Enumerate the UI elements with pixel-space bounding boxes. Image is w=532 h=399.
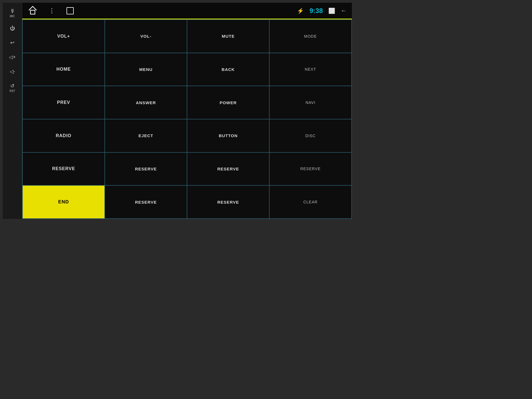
- volume-up-icon: ◁+: [9, 54, 16, 60]
- end-button[interactable]: END: [22, 185, 105, 219]
- bluetooth-icon: ⚡: [297, 7, 304, 14]
- power-grid-button[interactable]: POWER: [187, 86, 269, 119]
- topbar-left: ⋮: [28, 5, 297, 16]
- back-arrow-icon: ←: [341, 7, 346, 14]
- reset-label: RST: [10, 89, 15, 93]
- volume-down-button[interactable]: ◁-: [10, 68, 15, 75]
- clear-button[interactable]: CLEAR: [269, 185, 352, 219]
- mode-button[interactable]: MODE: [269, 20, 352, 53]
- navi-button[interactable]: NAVI: [269, 86, 352, 119]
- window-icon: ⬜: [328, 7, 335, 14]
- main-screen: ⋮ ⚡ 9:38 ⬜ ← VOL+ VOL- MUTE MODE HOME ME…: [22, 3, 352, 219]
- power-button[interactable]: ⏻: [10, 25, 15, 32]
- reserve-3-button[interactable]: RESERVE: [187, 152, 269, 186]
- back-icon: ↩: [10, 40, 14, 46]
- reset-icon: ↺: [10, 83, 14, 89]
- device-frame: 🎙 MIC ⏻ ↩ ◁+ ◁- ↺ RST: [3, 3, 352, 219]
- topbar: ⋮ ⚡ 9:38 ⬜ ←: [22, 3, 352, 19]
- button-grid-cell[interactable]: BUTTON: [187, 119, 269, 152]
- topbar-right: ⚡ 9:38 ⬜ ←: [297, 7, 346, 15]
- back-button[interactable]: ↩: [10, 40, 14, 46]
- reserve-5-button[interactable]: RESERVE: [105, 185, 187, 219]
- volume-down-icon: ◁-: [10, 68, 15, 75]
- vol-plus-button[interactable]: VOL+: [22, 20, 105, 53]
- mute-button[interactable]: MUTE: [187, 20, 269, 53]
- reserve-2-button[interactable]: RESERVE: [105, 152, 187, 186]
- time-display: 9:38: [310, 7, 323, 15]
- button-grid: VOL+ VOL- MUTE MODE HOME MENU BACK NEXT …: [22, 19, 352, 219]
- reserve-4-button[interactable]: RESERVE: [269, 152, 352, 186]
- power-icon: ⏻: [10, 25, 15, 31]
- reset-button[interactable]: ↺ RST: [10, 83, 15, 93]
- volume-up-button[interactable]: ◁+: [9, 54, 16, 61]
- prev-button[interactable]: PREV: [22, 86, 105, 119]
- eject-button[interactable]: EJECT: [105, 119, 187, 152]
- vol-minus-button[interactable]: VOL-: [105, 20, 187, 53]
- home-grid-button[interactable]: HOME: [22, 53, 105, 86]
- svg-rect-0: [30, 10, 35, 14]
- back-grid-button[interactable]: BACK: [187, 53, 269, 86]
- home-button[interactable]: [28, 5, 38, 16]
- reserve-6-button[interactable]: RESERVE: [187, 185, 269, 219]
- sidebar: 🎙 MIC ⏻ ↩ ◁+ ◁- ↺ RST: [3, 3, 22, 219]
- menu-dots-button[interactable]: ⋮: [49, 7, 55, 14]
- mic-button[interactable]: 🎙 MIC: [10, 8, 15, 18]
- disc-button[interactable]: DISC: [269, 119, 352, 152]
- mic-label: MIC: [10, 15, 15, 18]
- mic-icon: 🎙: [10, 8, 15, 14]
- answer-button[interactable]: ANSWER: [105, 86, 187, 119]
- reserve-1-button[interactable]: RESERVE: [22, 152, 105, 186]
- radio-button[interactable]: RADIO: [22, 119, 105, 152]
- menu-button[interactable]: MENU: [105, 53, 187, 86]
- next-button[interactable]: NEXT: [269, 53, 352, 86]
- square-button[interactable]: [66, 7, 74, 14]
